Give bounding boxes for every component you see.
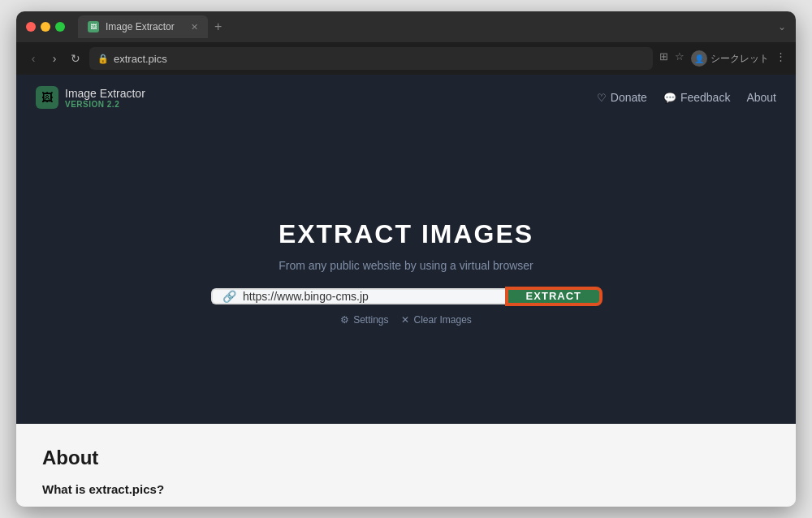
logo-version: VERSION 2.2 xyxy=(65,100,145,109)
about-nav-link[interactable]: About xyxy=(746,91,776,104)
feedback-label: Feedback xyxy=(680,91,730,104)
tab-area: 🖼 Image Extractor ✕ + xyxy=(78,15,771,38)
logo-name: Image Extractor xyxy=(65,87,145,100)
minimize-button[interactable] xyxy=(41,22,50,32)
hero-section: EXTRACT IMAGES From any public website b… xyxy=(16,120,796,424)
bookmark-icon[interactable]: ☆ xyxy=(675,50,685,67)
window-chevron: ⌄ xyxy=(778,21,786,32)
close-button[interactable] xyxy=(26,22,36,32)
tab-favicon: 🖼 xyxy=(88,21,99,32)
address-bar: ‹ › ↻ 🔒 extract.pics ⊞ ☆ 👤 シークレット ⋮ xyxy=(16,42,796,75)
tab-title: Image Extractor xyxy=(106,21,175,32)
settings-icon: ⚙ xyxy=(340,314,349,326)
about-title: About xyxy=(42,447,770,469)
search-row: 🔗 EXTRACT xyxy=(211,288,601,304)
forward-button[interactable]: › xyxy=(47,52,62,65)
lock-icon: 🔒 xyxy=(97,54,109,64)
settings-label: Settings xyxy=(353,314,388,326)
avatar: 👤 xyxy=(691,50,707,67)
about-section: About What is extract.pics? xyxy=(16,424,796,507)
feedback-icon: 💬 xyxy=(663,92,676,104)
donate-icon: ♡ xyxy=(597,92,607,104)
about-what-is-label: What is extract.pics? xyxy=(42,482,770,496)
profile-button[interactable]: 👤 シークレット xyxy=(691,50,769,67)
tab-close-button[interactable]: ✕ xyxy=(191,22,198,32)
clear-icon: ✕ xyxy=(401,314,409,326)
feedback-link[interactable]: 💬 Feedback xyxy=(663,91,730,104)
logo-icon: 🖼 xyxy=(36,86,58,109)
title-bar: 🖼 Image Extractor ✕ + ⌄ xyxy=(16,11,796,42)
donate-link[interactable]: ♡ Donate xyxy=(597,91,647,104)
about-nav-label: About xyxy=(746,91,776,104)
maximize-button[interactable] xyxy=(55,22,65,32)
app-section: 🖼 Image Extractor VERSION 2.2 ♡ Donate 💬… xyxy=(16,75,796,424)
settings-button[interactable]: ⚙ Settings xyxy=(340,314,388,326)
translate-icon[interactable]: ⊞ xyxy=(659,50,668,67)
url-input-wrapper[interactable]: 🔗 xyxy=(211,288,507,304)
profile-label: シークレット xyxy=(710,52,769,66)
menu-icon[interactable]: ⋮ xyxy=(775,50,786,67)
address-actions: ⊞ ☆ 👤 シークレット ⋮ xyxy=(659,50,786,67)
traffic-lights xyxy=(26,22,65,32)
active-tab[interactable]: 🖼 Image Extractor ✕ xyxy=(78,15,208,38)
reload-button[interactable]: ↻ xyxy=(68,52,83,65)
new-tab-button[interactable]: + xyxy=(214,19,222,34)
clear-label: Clear Images xyxy=(413,314,471,326)
toolbar-row: ⚙ Settings ✕ Clear Images xyxy=(340,314,472,326)
address-input-wrapper[interactable]: 🔒 extract.pics xyxy=(89,47,653,70)
nav-links: ♡ Donate 💬 Feedback About xyxy=(597,91,776,104)
hero-title: EXTRACT IMAGES xyxy=(279,219,533,249)
logo-text-group: Image Extractor VERSION 2.2 xyxy=(65,87,145,109)
url-input[interactable] xyxy=(243,290,497,303)
browser-window: 🖼 Image Extractor ✕ + ⌄ ‹ › ↻ 🔒 extract.… xyxy=(16,11,796,507)
hero-subtitle: From any public website by using a virtu… xyxy=(279,259,533,272)
back-button[interactable]: ‹ xyxy=(26,52,41,65)
clear-images-button[interactable]: ✕ Clear Images xyxy=(401,314,471,326)
extract-button[interactable]: EXTRACT xyxy=(507,288,601,304)
page-content: 🖼 Image Extractor VERSION 2.2 ♡ Donate 💬… xyxy=(16,75,796,507)
link-icon: 🔗 xyxy=(222,290,236,303)
address-text: extract.pics xyxy=(114,53,167,65)
donate-label: Donate xyxy=(611,91,647,104)
app-nav: 🖼 Image Extractor VERSION 2.2 ♡ Donate 💬… xyxy=(16,75,796,120)
app-logo: 🖼 Image Extractor VERSION 2.2 xyxy=(36,86,145,109)
